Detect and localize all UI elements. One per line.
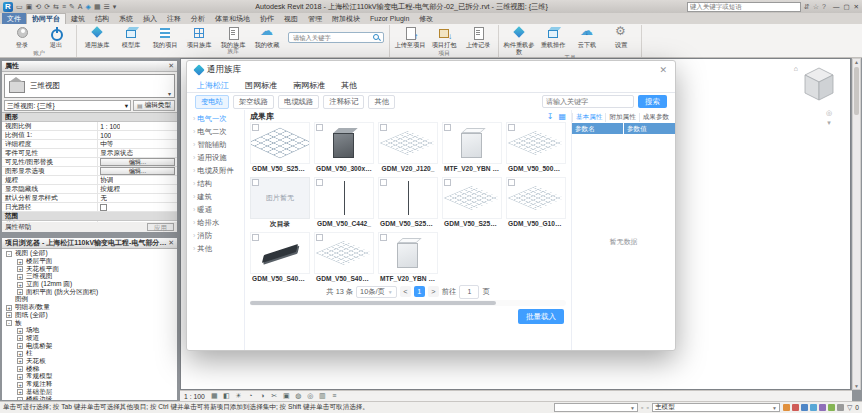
view-scale[interactable]: 1 : 100 bbox=[184, 393, 205, 400]
tree-item[interactable]: + 楼层平面 bbox=[2, 258, 177, 266]
expander-icon[interactable]: + bbox=[6, 312, 12, 318]
expander-icon[interactable]: + bbox=[17, 351, 23, 357]
dialog-titlebar[interactable]: 通用族库 ✕ bbox=[187, 61, 675, 78]
print-icon[interactable]: ≡ bbox=[62, 1, 66, 12]
background-process-icon[interactable] bbox=[828, 404, 835, 411]
ribbon-button[interactable]: 通用族库 bbox=[80, 25, 114, 48]
worksets-toggle-icon[interactable]: ▫ bbox=[641, 404, 643, 411]
dialog-search-input[interactable] bbox=[542, 95, 634, 108]
tree-item[interactable]: + 楼梯 bbox=[2, 365, 177, 373]
selection-toggle-icon[interactable] bbox=[837, 404, 844, 411]
ribbon-tab[interactable]: 结构 bbox=[90, 13, 114, 24]
category-pill[interactable]: 架空线路 bbox=[233, 95, 274, 109]
discipline-tree-item[interactable]: 其他 bbox=[187, 242, 244, 255]
type-selector[interactable]: 三维视图 ▾ bbox=[4, 74, 175, 98]
redo-icon[interactable]: ⟳ bbox=[44, 1, 50, 12]
discipline-tree-item[interactable]: 结构 bbox=[187, 177, 244, 190]
design-options-icon[interactable] bbox=[792, 404, 799, 411]
discipline-tree-item[interactable]: 给排水 bbox=[187, 216, 244, 229]
expander-icon[interactable]: + bbox=[17, 366, 23, 372]
modify-icon[interactable]: ✎ bbox=[69, 1, 75, 12]
family-card[interactable]: 图片暂无 次目录 bbox=[250, 177, 310, 229]
library-source-tab[interactable]: 其他 bbox=[341, 80, 357, 91]
goto-page-input[interactable] bbox=[459, 285, 479, 299]
sun-path-icon[interactable]: ☀ bbox=[234, 391, 243, 401]
expander-icon[interactable]: + bbox=[17, 343, 23, 349]
ribbon-button[interactable]: 上传记录 bbox=[461, 25, 495, 48]
tree-item[interactable]: - 族 bbox=[2, 319, 177, 327]
ribbon-tab[interactable]: 体量和场地 bbox=[210, 13, 255, 24]
show-crop-icon[interactable]: ▣ bbox=[282, 391, 291, 401]
ribbon-tab[interactable]: 系统 bbox=[114, 13, 138, 24]
family-card[interactable]: GDM_V20_J120_ bbox=[378, 122, 438, 174]
ribbon-tab[interactable]: Fuzor Plugin bbox=[365, 13, 414, 24]
tree-item[interactable]: + 立面 (12mm 圆) bbox=[2, 281, 177, 289]
ribbon-button[interactable]: 设置 bbox=[604, 25, 638, 48]
expander-icon[interactable]: + bbox=[17, 397, 23, 400]
expander-icon[interactable]: + bbox=[17, 374, 23, 380]
search-button[interactable]: 搜索 bbox=[638, 95, 667, 108]
category-pill[interactable]: 注释标记 bbox=[323, 95, 364, 109]
card-checkbox[interactable] bbox=[508, 179, 515, 186]
category-pill[interactable]: 变电站 bbox=[195, 95, 229, 109]
tree-item[interactable]: + 明细表/数量 bbox=[2, 304, 177, 312]
search-icon[interactable] bbox=[373, 34, 381, 42]
ribbon-button[interactable]: 项目打包 bbox=[427, 25, 461, 48]
edit-type-button[interactable]: ▤ 编辑类型 bbox=[133, 100, 175, 111]
minimize-button[interactable]: — bbox=[833, 1, 840, 12]
temporary-hide-icon[interactable]: ◍ bbox=[294, 391, 303, 401]
vertical-scrollbar[interactable]: ▲ ▼ bbox=[852, 58, 861, 390]
detail-tab[interactable]: 成果参数 bbox=[639, 113, 672, 122]
tree-item[interactable]: + 面积平面 (防火分区面积) bbox=[2, 288, 177, 296]
crop-view-icon[interactable]: ✂ bbox=[270, 391, 279, 401]
family-card[interactable]: MTF_V20_YBN 12... bbox=[442, 122, 502, 174]
category-pill[interactable]: 其他 bbox=[368, 95, 395, 109]
library-source-tab[interactable]: 国网标准 bbox=[245, 80, 277, 91]
design-option-dropdown[interactable]: 主模型▼ bbox=[652, 403, 780, 412]
ribbon-tab[interactable]: 视图 bbox=[279, 13, 303, 24]
tree-item[interactable]: 图例 bbox=[2, 296, 177, 304]
next-page-button[interactable]: > bbox=[428, 286, 439, 297]
default-3d-view-icon[interactable]: ◈ bbox=[86, 1, 91, 12]
discipline-tree-item[interactable]: 智能辅助 bbox=[187, 138, 244, 151]
tree-item[interactable]: + 图纸 (全部) bbox=[2, 312, 177, 320]
shadows-icon[interactable]: ◔ bbox=[246, 391, 255, 401]
sync-icon[interactable]: ⇆ bbox=[53, 1, 59, 12]
worksets-icon[interactable] bbox=[783, 404, 790, 411]
ribbon-tab[interactable]: 修改 bbox=[414, 13, 438, 24]
favorites-star-icon[interactable]: ☆ bbox=[813, 3, 819, 11]
tree-item[interactable]: + 坡道 bbox=[2, 335, 177, 343]
expander-icon[interactable]: + bbox=[17, 274, 23, 280]
close-icon[interactable]: ✕ bbox=[168, 239, 174, 247]
discipline-tree-item[interactable]: 电气一次 bbox=[187, 112, 244, 125]
properties-help-link[interactable]: 属性帮助 bbox=[5, 223, 31, 232]
ribbon-button[interactable]: 退出 bbox=[39, 25, 73, 48]
ribbon-button[interactable]: 模型库 bbox=[114, 25, 148, 48]
discipline-tree-item[interactable]: 暖通 bbox=[187, 203, 244, 216]
grid-view-icon[interactable]: ▦ bbox=[558, 112, 566, 121]
nav-dropdown-icon[interactable]: ▾ bbox=[826, 119, 832, 127]
expander-icon[interactable]: + bbox=[17, 389, 23, 395]
detail-level-icon[interactable]: ▦ bbox=[210, 391, 219, 401]
library-source-tab[interactable]: 上海松江 bbox=[197, 80, 229, 91]
workset-dropdown[interactable]: ▼ bbox=[554, 403, 638, 412]
revit-logo-icon[interactable]: R bbox=[3, 2, 13, 12]
section-icon[interactable]: ▦ bbox=[94, 1, 101, 12]
undo-icon[interactable]: ⟲ bbox=[35, 1, 41, 12]
scroll-up-icon[interactable]: ▲ bbox=[854, 59, 859, 65]
ribbon-tab[interactable]: 文件 bbox=[2, 13, 26, 24]
discipline-tree-item[interactable]: 电缆及附件 bbox=[187, 164, 244, 177]
card-checkbox[interactable] bbox=[316, 124, 323, 131]
tree-item[interactable]: + 基础垫层 bbox=[2, 388, 177, 396]
tree-item[interactable]: + 天花板 bbox=[2, 358, 177, 366]
ribbon-tab[interactable]: 分析 bbox=[186, 13, 210, 24]
download-icon[interactable]: ↧ bbox=[547, 112, 554, 121]
ribbon-tab[interactable]: 注释 bbox=[162, 13, 186, 24]
family-card[interactable]: GDM_V50_S400B_ bbox=[314, 232, 374, 284]
ribbon-tab[interactable]: 插入 bbox=[138, 13, 162, 24]
ribbon-button[interactable]: 我的族库 bbox=[216, 25, 250, 48]
ribbon-tab[interactable]: 管理 bbox=[303, 13, 327, 24]
card-checkbox[interactable] bbox=[444, 124, 451, 131]
family-card[interactable]: GDM_V50_G10mm... bbox=[506, 177, 566, 229]
expander-icon[interactable]: + bbox=[17, 335, 23, 341]
